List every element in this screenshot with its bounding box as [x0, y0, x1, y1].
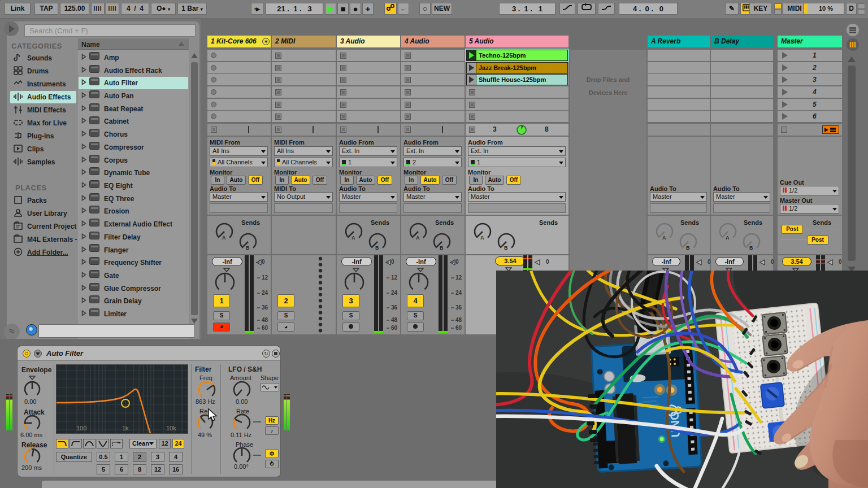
svg-text:100: 100	[76, 425, 86, 432]
svg-text:10k: 10k	[166, 425, 176, 432]
svg-text:1k: 1k	[122, 425, 129, 432]
